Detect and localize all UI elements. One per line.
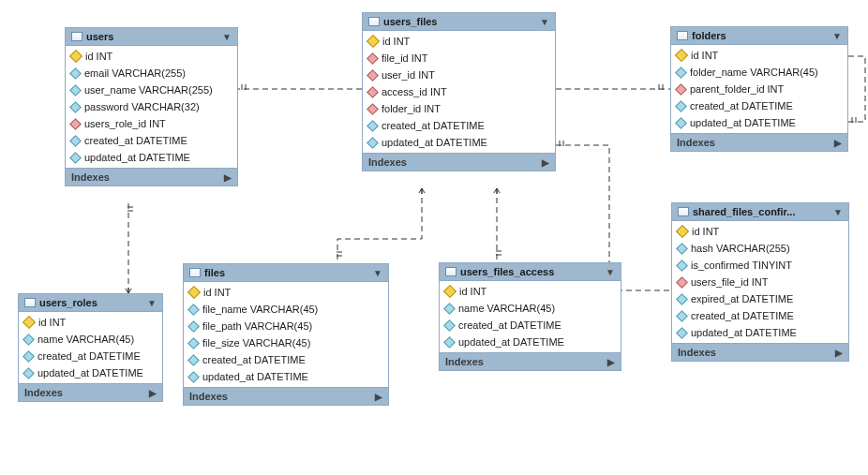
column[interactable]: users_role_id INT <box>66 115 237 132</box>
indexes-label: Indexes <box>24 387 63 398</box>
expand-icon[interactable]: ▶ <box>834 138 842 148</box>
collapse-icon[interactable]: ▼ <box>606 267 615 277</box>
attr-icon <box>676 310 688 322</box>
indexes-section[interactable]: Indexes ▶ <box>363 153 555 171</box>
column[interactable]: user_name VARCHAR(255) <box>66 82 237 98</box>
entity-folders[interactable]: folders ▼ id INT folder_name VARCHAR(45)… <box>670 26 848 152</box>
expand-icon[interactable]: ▶ <box>224 172 232 183</box>
attr-icon <box>187 354 200 366</box>
column[interactable]: name VARCHAR(45) <box>19 331 162 348</box>
pk-icon <box>443 285 456 298</box>
column[interactable]: id INT <box>363 33 555 50</box>
column[interactable]: id INT <box>440 283 621 300</box>
attr-icon <box>187 337 200 349</box>
column[interactable]: created_at DATETIME <box>66 132 237 149</box>
fk-icon <box>675 83 687 96</box>
column[interactable]: updated_at DATETIME <box>184 368 388 385</box>
indexes-section[interactable]: Indexes ▶ <box>19 383 162 401</box>
column[interactable]: id INT <box>66 48 237 65</box>
indexes-section[interactable]: Indexes ▶ <box>440 352 621 370</box>
entity-header[interactable]: users_roles ▼ <box>19 294 162 312</box>
column[interactable]: hash VARCHAR(255) <box>672 240 848 257</box>
column[interactable]: access_id INT <box>363 83 555 100</box>
attr-icon <box>187 304 200 316</box>
column[interactable]: id INT <box>672 223 848 240</box>
entity-header[interactable]: files ▼ <box>184 264 388 282</box>
column[interactable]: password VARCHAR(32) <box>66 98 237 115</box>
collapse-icon[interactable]: ▼ <box>540 17 549 27</box>
indexes-label: Indexes <box>677 137 715 148</box>
collapse-icon[interactable]: ▼ <box>833 207 843 217</box>
column[interactable]: folder_name VARCHAR(45) <box>671 64 847 81</box>
column[interactable]: file_size VARCHAR(45) <box>184 334 388 351</box>
indexes-label: Indexes <box>71 171 110 183</box>
attr-icon <box>69 67 82 80</box>
expand-icon[interactable]: ▶ <box>607 357 615 367</box>
expand-icon[interactable]: ▶ <box>835 348 843 358</box>
indexes-label: Indexes <box>368 156 407 168</box>
column[interactable]: created_at DATETIME <box>672 307 848 324</box>
fk-icon <box>69 118 82 130</box>
column[interactable]: created_at DATETIME <box>671 97 847 114</box>
expand-icon[interactable]: ▶ <box>149 388 157 398</box>
entity-icon <box>24 298 36 307</box>
column[interactable]: id INT <box>19 314 162 331</box>
column[interactable]: updated_at DATETIME <box>440 334 621 350</box>
entity-users[interactable]: users ▼ id INT email VARCHAR(255) user_n… <box>65 27 238 186</box>
indexes-label: Indexes <box>445 356 484 367</box>
pk-icon <box>187 286 201 299</box>
entity-icon <box>445 267 456 276</box>
collapse-icon[interactable]: ▼ <box>832 31 842 41</box>
entity-header[interactable]: folders ▼ <box>671 27 847 45</box>
attr-icon <box>675 117 687 129</box>
fk-icon <box>676 276 688 289</box>
entity-users-roles[interactable]: users_roles ▼ id INT name VARCHAR(45) cr… <box>18 293 163 402</box>
entity-users-files-access[interactable]: users_files_access ▼ id INT name VARCHAR… <box>439 262 621 371</box>
column[interactable]: updated_at DATETIME <box>66 149 237 166</box>
column[interactable]: user_id INT <box>363 67 555 83</box>
entity-users-files[interactable]: users_files ▼ id INT file_id INT user_id… <box>362 12 556 171</box>
collapse-icon[interactable]: ▼ <box>147 298 157 308</box>
column[interactable]: email VARCHAR(255) <box>66 65 237 82</box>
expand-icon[interactable]: ▶ <box>375 392 382 402</box>
column[interactable]: updated_at DATETIME <box>672 324 848 341</box>
indexes-section[interactable]: Indexes ▶ <box>672 343 848 361</box>
column[interactable]: parent_folder_id INT <box>671 81 847 97</box>
entity-shared-files-confirm[interactable]: shared_files_confir... ▼ id INT hash VAR… <box>671 202 849 362</box>
column[interactable]: file_id INT <box>363 50 555 67</box>
attr-icon <box>675 100 687 112</box>
fk-icon <box>367 103 379 115</box>
column[interactable]: updated_at DATETIME <box>19 364 162 381</box>
column[interactable]: name VARCHAR(45) <box>440 300 621 317</box>
entity-header[interactable]: users ▼ <box>66 28 237 46</box>
expand-icon[interactable]: ▶ <box>542 157 549 168</box>
entity-files[interactable]: files ▼ id INT file_name VARCHAR(45) fil… <box>183 263 389 406</box>
collapse-icon[interactable]: ▼ <box>222 32 232 42</box>
column[interactable]: users_file_id INT <box>672 274 848 290</box>
column[interactable]: id INT <box>671 47 847 64</box>
entity-icon <box>189 268 201 277</box>
indexes-section[interactable]: Indexes ▶ <box>184 387 388 405</box>
column[interactable]: file_path VARCHAR(45) <box>184 318 388 334</box>
column[interactable]: file_name VARCHAR(45) <box>184 301 388 318</box>
attr-icon <box>676 293 688 305</box>
column[interactable]: created_at DATETIME <box>440 317 621 334</box>
column[interactable]: created_at DATETIME <box>184 351 388 368</box>
fk-icon <box>367 69 379 82</box>
column[interactable]: updated_at DATETIME <box>671 114 847 131</box>
entity-title: folders <box>692 30 726 41</box>
column[interactable]: id INT <box>184 284 388 301</box>
column[interactable]: created_at DATETIME <box>19 348 162 364</box>
column[interactable]: folder_id INT <box>363 100 555 117</box>
column[interactable]: expired_at DATETIME <box>672 290 848 307</box>
column[interactable]: is_confirmed TINYINT <box>672 257 848 274</box>
column[interactable]: updated_at DATETIME <box>363 134 555 151</box>
collapse-icon[interactable]: ▼ <box>373 268 382 278</box>
entity-header[interactable]: users_files ▼ <box>363 13 555 31</box>
indexes-section[interactable]: Indexes ▶ <box>671 133 847 151</box>
entity-header[interactable]: shared_files_confir... ▼ <box>672 203 848 221</box>
entity-header[interactable]: users_files_access ▼ <box>440 263 621 281</box>
attr-icon <box>675 67 687 79</box>
indexes-section[interactable]: Indexes ▶ <box>66 168 237 186</box>
column[interactable]: created_at DATETIME <box>363 117 555 134</box>
